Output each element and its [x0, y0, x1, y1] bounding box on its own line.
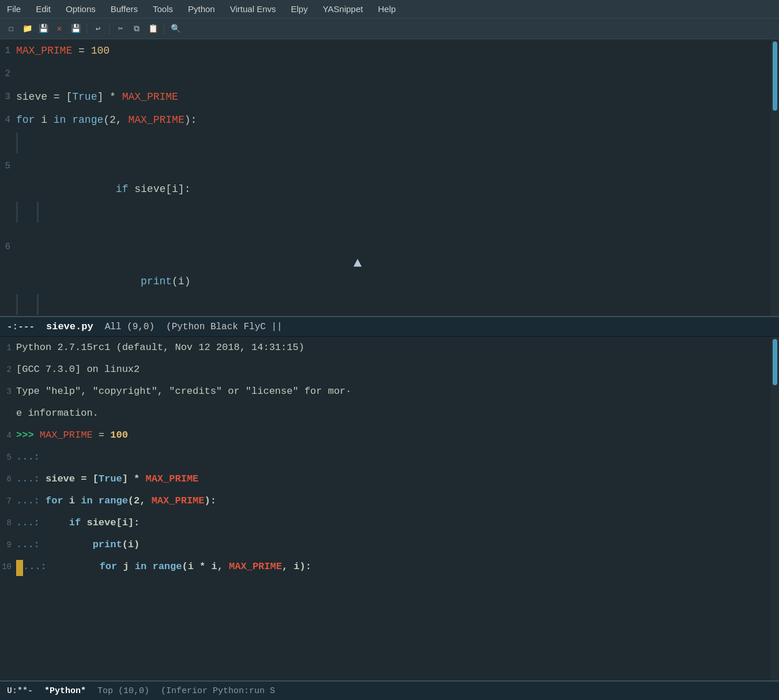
undo-icon[interactable]: ↩: [92, 22, 104, 35]
cut-icon[interactable]: ✂: [114, 22, 127, 35]
code-editor[interactable]: 1 MAX_PRIME = 100 2 3 sieve = [True] * M…: [0, 39, 771, 316]
menu-elpy[interactable]: Elpy: [288, 3, 310, 15]
repl-line-5: 5 ...:: [0, 446, 771, 468]
code-line-2: 2: [0, 62, 771, 85]
menu-yasnippet[interactable]: YASnippet: [321, 3, 366, 15]
repl-line-3b: e information.: [0, 402, 771, 424]
main-layout: File Edit Options Buffers Tools Python V…: [0, 0, 779, 700]
repl-modeline-indicator: U:**-: [7, 686, 33, 696]
repl-scrollbar[interactable]: [771, 337, 779, 680]
repl-modeline: U:**- *Python* Top (10,0) (Inferior Pyth…: [0, 680, 779, 700]
search-icon[interactable]: 🔍: [169, 22, 182, 35]
repl-line-2: 2 [GCC 7.3.0] on linux2: [0, 359, 771, 381]
toolbar: ☐ 📁 💾 ✕ 💾 ↩ ✂ ⧉ 📋 🔍: [0, 18, 779, 39]
editor-modeline: -:--- sieve.py All (9,0) (Python Black F…: [0, 316, 779, 337]
menu-options[interactable]: Options: [63, 3, 98, 15]
editor-scrollbar[interactable]: [771, 39, 779, 316]
repl-line-7: 7 ...: for i in range(2, MAX_PRIME):: [0, 490, 771, 512]
repl-lines: 1 Python 2.7.15rc1 (default, Nov 12 2018…: [0, 337, 771, 578]
repl-line-10: 10 ...: for j in range(i * i, MAX_PRIME,…: [0, 556, 771, 578]
repl-line-1: 1 Python 2.7.15rc1 (default, Nov 12 2018…: [0, 337, 771, 359]
save-icon2[interactable]: 💾: [69, 22, 82, 35]
repl-modeline-position: Top (10,0): [97, 686, 149, 696]
menu-file[interactable]: File: [5, 3, 23, 15]
repl-panel: 1 Python 2.7.15rc1 (default, Nov 12 2018…: [0, 337, 779, 680]
menu-help[interactable]: Help: [375, 3, 398, 15]
repl-cursor-block: [16, 560, 23, 576]
menu-tools[interactable]: Tools: [150, 3, 175, 15]
repl-modeline-mode: (Inferior Python:run S: [161, 686, 275, 696]
code-line-7: 7 for j in range(i * i, MAX_PRIME, i):: [0, 293, 771, 316]
menu-edit[interactable]: Edit: [33, 3, 53, 15]
repl-line-4: 4 >>> MAX_PRIME = 100: [0, 424, 771, 446]
menubar: File Edit Options Buffers Tools Python V…: [0, 0, 779, 18]
code-lines: 1 MAX_PRIME = 100 2 3 sieve = [True] * M…: [0, 39, 771, 316]
repl-editor[interactable]: 1 Python 2.7.15rc1 (default, Nov 12 2018…: [0, 337, 771, 680]
menu-buffers[interactable]: Buffers: [108, 3, 140, 15]
menu-python[interactable]: Python: [186, 3, 217, 15]
code-line-5: 5 if sieve[i]:: [0, 131, 771, 201]
modeline-position: All (9,0): [105, 322, 155, 332]
paste-icon[interactable]: 📋: [146, 22, 159, 35]
menu-virtual-envs[interactable]: Virtual Envs: [228, 3, 279, 15]
editor-scrollbar-thumb[interactable]: [773, 42, 777, 111]
new-file-icon[interactable]: ☐: [5, 22, 17, 35]
toolbar-sep2: [109, 23, 110, 35]
modeline-indicator: -:---: [7, 322, 35, 332]
toolbar-sep3: [164, 23, 164, 35]
toolbar-sep1: [86, 23, 87, 35]
editor-panel: 1 MAX_PRIME = 100 2 3 sieve = [True] * M…: [0, 39, 779, 316]
save-file-icon[interactable]: 💾: [37, 22, 50, 35]
code-line-4: 4 for i in range(2, MAX_PRIME):: [0, 108, 771, 131]
repl-line-9: 9 ...: print(i): [0, 534, 771, 556]
modeline-mode: (Python Black FlyC ||: [166, 322, 283, 332]
open-folder-icon[interactable]: 📁: [21, 22, 33, 35]
repl-modeline-buffer: *Python*: [44, 686, 86, 696]
code-line-1: 1 MAX_PRIME = 100: [0, 39, 771, 62]
repl-scrollbar-thumb[interactable]: [773, 339, 777, 385]
modeline-filename: sieve.py: [46, 321, 93, 332]
repl-line-6: 6 ...: sieve = [True] * MAX_PRIME: [0, 468, 771, 490]
code-line-6: 6 print(i): [0, 201, 771, 293]
copy-icon[interactable]: ⧉: [130, 22, 143, 35]
code-line-3: 3 sieve = [True] * MAX_PRIME: [0, 85, 771, 108]
repl-line-3: 3 Type "help", "copyright", "credits" or…: [0, 381, 771, 402]
repl-line-8: 8 ...: if sieve[i]:: [0, 512, 771, 534]
close-icon[interactable]: ✕: [53, 22, 66, 35]
